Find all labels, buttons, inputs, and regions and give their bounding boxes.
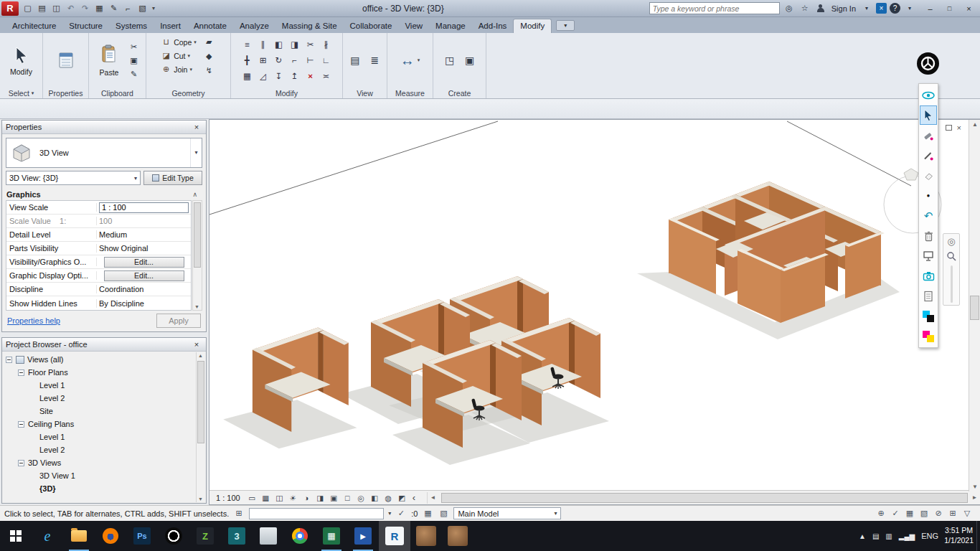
zoom-icon[interactable] — [946, 251, 956, 261]
cope-button[interactable]: ⊔Cope▾ — [161, 35, 197, 49]
collapse-section-icon[interactable]: ∧ — [192, 191, 202, 198]
main-model-select[interactable]: Main Model ▾ — [453, 507, 561, 519]
tree-item-level-1[interactable]: Level 1 — [2, 379, 196, 392]
maximize-button[interactable]: □ — [940, 1, 959, 15]
taskbar-ie[interactable]: e — [32, 521, 63, 551]
beam-cutback-icon[interactable]: ▰ — [202, 35, 216, 48]
temporary-hide-icon[interactable]: □ — [341, 492, 354, 504]
join-button[interactable]: ⊕Join▾ — [161, 62, 197, 76]
tree-item-floor-plans[interactable]: Floor Plans — [2, 366, 196, 379]
tab-structure[interactable]: Structure — [62, 19, 109, 33]
taskbar-image-1[interactable] — [410, 521, 442, 551]
cut-icon[interactable]: ✂ — [127, 40, 141, 53]
search-input[interactable] — [649, 2, 780, 14]
split-gap-icon[interactable]: ∦ — [319, 37, 334, 52]
detail-level-icon[interactable]: ▭ — [246, 492, 258, 504]
select-cursor-icon[interactable] — [920, 105, 937, 125]
save-icon[interactable]: ◫ — [50, 2, 63, 15]
edit-type-button[interactable]: Edit Type — [143, 171, 202, 185]
taskbar-explorer[interactable] — [63, 521, 95, 551]
canvas-vertical-scrollbar[interactable] — [969, 120, 980, 491]
tree-item-views-all[interactable]: Views (all) — [2, 353, 196, 366]
tab-add-ins[interactable]: Add-Ins — [472, 19, 514, 33]
measure-caret-icon[interactable]: ▾ — [418, 57, 420, 63]
rotate-icon[interactable]: ↻ — [271, 53, 286, 68]
network-icon[interactable]: ▂▄▆ — [899, 532, 915, 540]
taskbar-recorder[interactable] — [158, 521, 189, 551]
constraints-icon[interactable]: ◍ — [382, 492, 395, 504]
view-scale-button[interactable]: 1 : 100 — [216, 494, 240, 502]
scrollbar-right-arrow-icon[interactable]: ► — [969, 494, 980, 501]
pin-icon[interactable]: ↧ — [271, 69, 286, 84]
collapse-box-icon[interactable] — [18, 421, 24, 428]
unpin-icon[interactable]: ↥ — [287, 69, 302, 84]
viewport-3d[interactable]: × ◎ — [209, 120, 969, 490]
measure-icon[interactable]: ↔ — [400, 52, 415, 69]
properties-help-link[interactable]: Properties help — [7, 316, 60, 325]
taskbar-chrome[interactable] — [284, 521, 316, 551]
match-type-icon[interactable]: ✎ — [127, 67, 141, 80]
tray-app-icon[interactable]: ▥ — [885, 532, 892, 540]
cut-button[interactable]: ◪Cut▾ — [161, 49, 197, 62]
apply-coping-icon[interactable]: ◆ — [202, 50, 216, 62]
canvas-horizontal-scrollbar[interactable]: ◄ ► — [427, 492, 980, 504]
marker-icon[interactable] — [920, 126, 937, 145]
keyboard-icon[interactable]: ▤ — [872, 532, 879, 540]
view-window-icon[interactable]: ▤ — [347, 52, 364, 69]
tab-modify[interactable]: Modify — [513, 19, 552, 33]
thin-lines-icon[interactable]: ▧ — [136, 2, 149, 15]
type-selector-caret-icon[interactable]: ▾ — [190, 138, 202, 168]
scroll-left-icon[interactable]: ‹ — [413, 492, 415, 503]
pencil-icon[interactable] — [920, 146, 937, 165]
show-crop-icon[interactable]: ▣ — [328, 492, 340, 504]
mirror-pick-icon[interactable]: ◧ — [271, 37, 286, 52]
displacement-icon[interactable]: ◩ — [396, 492, 408, 504]
graphic-display-edit-button[interactable]: Edit... — [104, 270, 184, 281]
view-close-icon[interactable]: × — [957, 125, 961, 131]
properties-close-icon[interactable]: × — [191, 123, 202, 131]
redo-icon[interactable]: ↷ — [78, 2, 92, 15]
design-options-icon[interactable]: ▦ — [422, 509, 433, 518]
color-swatch-cyan-icon[interactable] — [920, 306, 937, 326]
collapse-box-icon[interactable] — [6, 357, 12, 363]
mirror-draw-icon[interactable]: ◨ — [287, 37, 302, 52]
scale-icon[interactable]: ◿ — [255, 69, 270, 84]
corner-icon[interactable]: ∟ — [319, 53, 334, 68]
extend-icon[interactable]: ⊢ — [303, 53, 318, 68]
taskbar-media[interactable]: ▶ — [347, 521, 379, 551]
ribbon-state-caret-icon[interactable]: ▾ — [556, 20, 575, 31]
language-indicator[interactable]: ENG — [921, 532, 938, 540]
shadows-icon[interactable]: ☀ — [287, 492, 299, 504]
select-underlay-icon[interactable]: ▧ — [918, 509, 930, 518]
element-selector[interactable]: 3D View: {3D} ▾ — [6, 171, 141, 185]
app-logo[interactable]: R — [1, 1, 19, 16]
taskbar-photoshop[interactable]: Ps — [126, 521, 158, 551]
tree-item-3d-view-1[interactable]: 3D View 1 — [2, 469, 196, 482]
search-icon[interactable]: ◎ — [783, 2, 796, 15]
notes-icon[interactable] — [920, 286, 937, 306]
view-restore-icon[interactable] — [946, 125, 952, 131]
help-icon[interactable]: ? — [890, 3, 900, 14]
move-icon[interactable]: ╋ — [240, 53, 255, 68]
start-button[interactable] — [0, 521, 32, 551]
join-ends-icon[interactable]: ≍ — [319, 69, 334, 84]
tab-view[interactable]: View — [398, 19, 429, 33]
tab-massing-site[interactable]: Massing & Site — [275, 19, 344, 33]
tree-item-ceiling-level-2[interactable]: Level 2 — [2, 443, 196, 456]
whiteboard-icon[interactable] — [920, 246, 937, 265]
select-links-icon[interactable]: ▦ — [904, 509, 915, 518]
tree-item-3d-views[interactable]: 3D Views — [2, 456, 196, 469]
hidden-icons-arrow-icon[interactable]: ▲ — [859, 532, 866, 540]
selection-filter-icon[interactable]: ▽ — [961, 509, 973, 518]
taskbar-excel[interactable]: ▦ — [316, 521, 347, 551]
tag-icon[interactable]: ✎ — [107, 2, 121, 15]
recorder-overlay-icon[interactable] — [916, 52, 940, 78]
scrollbar-left-arrow-icon[interactable]: ◄ — [428, 494, 438, 501]
split-icon[interactable]: ✂ — [303, 37, 318, 52]
sun-path-icon[interactable]: ◫ — [273, 492, 286, 504]
trim-icon[interactable]: ⌐ — [287, 53, 302, 68]
sign-in-caret-icon[interactable]: ▾ — [860, 2, 873, 15]
trash-icon[interactable] — [920, 226, 937, 245]
properties-button[interactable] — [51, 49, 81, 72]
select-pinned-icon[interactable]: ⊘ — [933, 509, 944, 518]
